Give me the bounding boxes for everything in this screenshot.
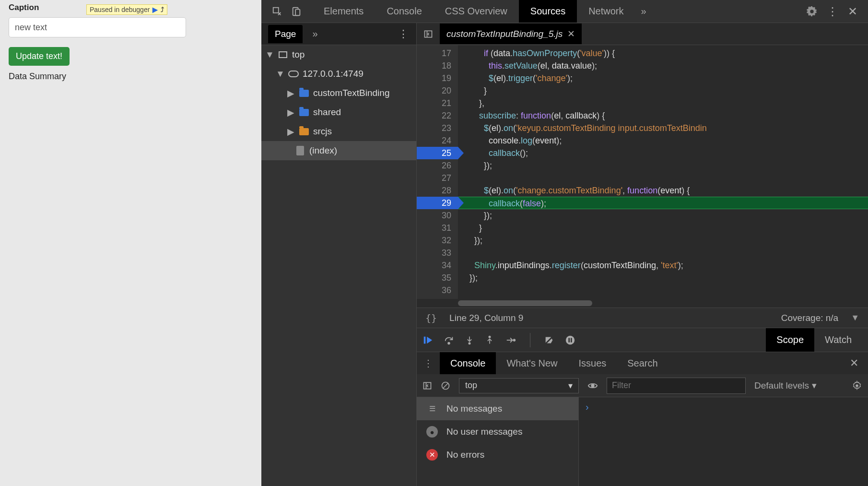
code-line[interactable]: } <box>458 222 868 234</box>
navigator-kebab-icon[interactable]: ⋮ <box>398 28 410 40</box>
drawer-tab-what-s-new[interactable]: What's New <box>496 352 568 374</box>
debugger-tab-watch[interactable]: Watch <box>814 328 862 352</box>
tab-network[interactable]: Network <box>577 0 635 23</box>
tab-console[interactable]: Console <box>375 0 433 23</box>
console-settings-icon[interactable] <box>852 380 862 391</box>
tree-folder[interactable]: ▶ customTextBinding <box>261 83 416 103</box>
line-number[interactable]: 34 <box>417 259 458 272</box>
close-devtools-icon[interactable]: ✕ <box>848 5 857 18</box>
settings-gear-icon[interactable] <box>807 6 817 17</box>
sidebar-all-messages[interactable]: ☰ No messages <box>417 397 578 420</box>
drawer-tab-issues[interactable]: Issues <box>568 352 617 374</box>
tree-folder[interactable]: ▶ srcjs <box>261 122 416 141</box>
code-line[interactable]: if (data.hasOwnProperty('value')) { <box>458 47 868 59</box>
update-text-button[interactable]: Update text! <box>9 47 70 66</box>
tree-host[interactable]: ▼ 127.0.0.1:4749 <box>261 64 416 83</box>
drawer-tab-console[interactable]: Console <box>440 352 496 374</box>
code-line[interactable]: } <box>458 84 868 97</box>
line-number[interactable]: 21 <box>417 97 458 109</box>
resume-script-icon[interactable] <box>422 335 433 345</box>
code-line[interactable]: subscribe: function(el, callback) { <box>458 109 868 122</box>
navigator-more-icon[interactable]: » <box>312 28 317 39</box>
toggle-navigator-icon[interactable] <box>417 29 440 39</box>
step-icon[interactable] <box>505 335 516 345</box>
tree-top-frame[interactable]: ▼ top <box>261 45 416 64</box>
file-tree: ▼ top ▼ 127.0.0.1:4749 ▶ customTextBindi… <box>261 45 416 486</box>
device-toolbar-icon[interactable] <box>291 6 302 17</box>
live-expression-icon[interactable] <box>587 380 598 391</box>
code-line[interactable] <box>458 172 868 184</box>
resume-mini-icon[interactable]: ▶ <box>152 6 158 13</box>
line-number[interactable]: 18 <box>417 59 458 72</box>
code-line[interactable]: Shiny.inputBindings.register(customTextB… <box>458 259 868 272</box>
editor-file-tab[interactable]: customTextInputBinding_5.js ✕ <box>440 24 582 44</box>
step-out-icon[interactable] <box>485 335 494 345</box>
tab-sources[interactable]: Sources <box>519 0 577 23</box>
step-over-icon[interactable] <box>444 335 454 345</box>
line-number[interactable]: 19 <box>417 72 458 84</box>
collapse-status-icon[interactable]: ▼ <box>851 313 859 323</box>
tree-file-index[interactable]: (index) <box>261 141 416 160</box>
kebab-menu-icon[interactable]: ⋮ <box>827 5 838 18</box>
line-number[interactable]: 35 <box>417 272 458 284</box>
code-line[interactable]: this.setValue(el, data.value); <box>458 59 868 72</box>
code-line[interactable]: }); <box>458 159 868 172</box>
tree-folder[interactable]: ▶ shared <box>261 103 416 122</box>
more-tabs-icon[interactable]: » <box>635 6 652 17</box>
code-area[interactable]: if (data.hasOwnProperty('value')) { this… <box>458 45 868 299</box>
clear-console-icon[interactable] <box>441 381 450 391</box>
close-drawer-icon[interactable]: ✕ <box>840 357 868 369</box>
toggle-console-sidebar-icon[interactable] <box>422 381 432 391</box>
line-gutter[interactable]: 1718192021222324252627282930313233343536 <box>417 45 458 299</box>
code-line[interactable]: console.log(event); <box>458 134 868 147</box>
code-line[interactable]: callback(); <box>458 147 868 159</box>
tab-css-overview[interactable]: CSS Overview <box>434 0 519 23</box>
deactivate-breakpoints-icon[interactable] <box>544 335 554 345</box>
code-line[interactable]: }); <box>458 272 868 284</box>
line-number[interactable]: 26 <box>417 159 458 172</box>
line-number[interactable]: 36 <box>417 284 458 296</box>
line-number[interactable]: 30 <box>417 209 458 222</box>
pause-exceptions-icon[interactable] <box>565 335 575 345</box>
line-number[interactable]: 25 <box>417 147 458 159</box>
code-line[interactable]: $(el).on('change.customTextBinding', fun… <box>458 184 868 197</box>
line-number[interactable]: 27 <box>417 172 458 184</box>
drawer-tab-search[interactable]: Search <box>617 352 668 374</box>
line-number[interactable]: 32 <box>417 234 458 247</box>
pretty-print-icon[interactable]: {} <box>425 312 437 324</box>
code-line[interactable]: $(el).on('keyup.customTextBinding input.… <box>458 122 868 134</box>
line-number[interactable]: 29 <box>417 197 458 209</box>
log-levels-selector[interactable]: Default levels▾ <box>754 380 817 391</box>
console-output[interactable]: › <box>579 397 868 486</box>
code-line[interactable]: }, <box>458 97 868 109</box>
code-line[interactable] <box>458 284 868 296</box>
line-number[interactable]: 22 <box>417 109 458 122</box>
line-number[interactable]: 17 <box>417 47 458 59</box>
debugger-tab-scope[interactable]: Scope <box>766 328 814 352</box>
tab-elements[interactable]: Elements <box>312 0 375 23</box>
close-tab-icon[interactable]: ✕ <box>567 28 575 39</box>
sidebar-errors[interactable]: ✕ No errors <box>417 443 578 466</box>
line-number[interactable]: 33 <box>417 247 458 259</box>
line-number[interactable]: 23 <box>417 122 458 134</box>
svg-point-19 <box>856 384 858 387</box>
code-line[interactable]: }); <box>458 209 868 222</box>
navigator-page-tab[interactable]: Page <box>268 25 303 43</box>
code-line[interactable]: }); <box>458 234 868 247</box>
caption-input[interactable] <box>9 17 186 37</box>
code-line[interactable]: callback(false); <box>458 197 868 209</box>
context-selector[interactable]: top ▾ <box>459 378 579 393</box>
code-line[interactable] <box>458 247 868 259</box>
editor-horizontal-scrollbar[interactable] <box>417 299 868 308</box>
code-line[interactable]: $(el).trigger('change'); <box>458 72 868 84</box>
sidebar-user-messages[interactable]: ● No user messages <box>417 420 578 443</box>
console-filter-input[interactable] <box>607 378 746 394</box>
inspect-element-icon[interactable] <box>272 6 282 17</box>
line-number[interactable]: 28 <box>417 184 458 197</box>
line-number[interactable]: 24 <box>417 134 458 147</box>
line-number[interactable]: 20 <box>417 84 458 97</box>
drawer-kebab-icon[interactable]: ⋮ <box>417 357 440 369</box>
step-into-icon[interactable] <box>465 335 474 345</box>
step-mini-icon[interactable]: ⤴ <box>161 6 164 13</box>
line-number[interactable]: 31 <box>417 222 458 234</box>
